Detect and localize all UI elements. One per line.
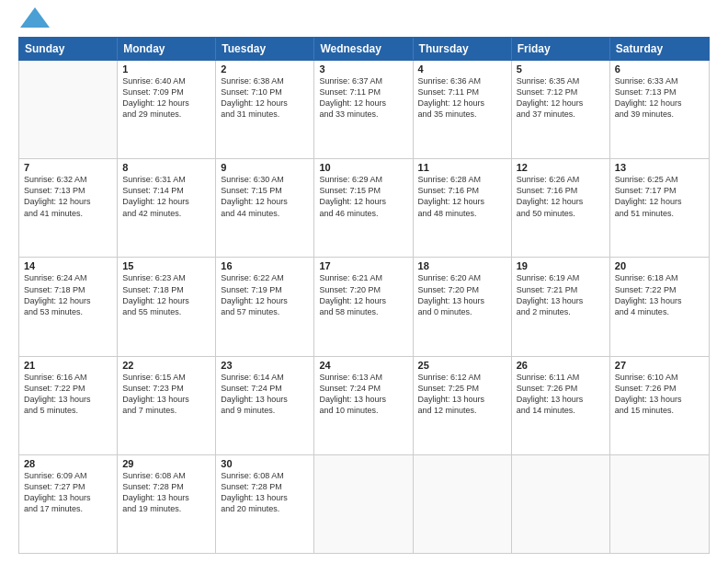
cell-info: Sunrise: 6:15 AMSunset: 7:23 PMDaylight:… [122, 372, 210, 417]
cal-cell-3-0: 21Sunrise: 6:16 AMSunset: 7:22 PMDayligh… [19, 357, 118, 454]
cell-info: Sunrise: 6:13 AMSunset: 7:24 PMDaylight:… [319, 372, 407, 417]
day-number: 11 [418, 162, 506, 173]
cell-info: Sunrise: 6:40 AMSunset: 7:09 PMDaylight:… [122, 75, 210, 121]
cal-cell-4-0: 28Sunrise: 6:09 AMSunset: 7:27 PMDayligh… [19, 455, 118, 553]
day-number: 14 [24, 260, 112, 271]
week-row-2: 14Sunrise: 6:24 AMSunset: 7:18 PMDayligh… [19, 258, 709, 356]
calendar: SundayMondayTuesdayWednesdayThursdayFrid… [18, 37, 710, 554]
cal-cell-2-3: 17Sunrise: 6:21 AMSunset: 7:20 PMDayligh… [314, 258, 413, 355]
cal-cell-3-6: 27Sunrise: 6:10 AMSunset: 7:26 PMDayligh… [610, 357, 709, 454]
cell-info: Sunrise: 6:14 AMSunset: 7:24 PMDaylight:… [221, 372, 309, 417]
weekday-header-sunday: Sunday [19, 38, 118, 60]
day-number: 21 [24, 360, 112, 371]
cal-cell-3-2: 23Sunrise: 6:14 AMSunset: 7:24 PMDayligh… [216, 357, 314, 454]
day-number: 4 [418, 63, 506, 75]
cal-cell-1-6: 13Sunrise: 6:25 AMSunset: 7:17 PMDayligh… [610, 159, 709, 257]
weekday-header-saturday: Saturday [610, 38, 709, 60]
day-number: 16 [221, 260, 309, 271]
cal-cell-2-2: 16Sunrise: 6:22 AMSunset: 7:19 PMDayligh… [216, 258, 314, 355]
day-number: 6 [615, 63, 704, 75]
cell-info: Sunrise: 6:08 AMSunset: 7:28 PMDaylight:… [122, 470, 210, 515]
header [18, 15, 710, 28]
cal-cell-0-6: 6Sunrise: 6:33 AMSunset: 7:13 PMDaylight… [610, 61, 709, 158]
cell-info: Sunrise: 6:10 AMSunset: 7:26 PMDaylight:… [615, 372, 704, 417]
day-number: 23 [221, 360, 309, 371]
week-row-4: 28Sunrise: 6:09 AMSunset: 7:27 PMDayligh… [19, 455, 709, 553]
cell-info: Sunrise: 6:31 AMSunset: 7:14 PMDaylight:… [122, 174, 210, 219]
cell-info: Sunrise: 6:11 AMSunset: 7:26 PMDaylight:… [517, 372, 605, 417]
day-number: 27 [615, 360, 704, 371]
day-number: 28 [24, 458, 112, 469]
cell-info: Sunrise: 6:29 AMSunset: 7:15 PMDaylight:… [319, 174, 407, 219]
day-number: 17 [319, 260, 407, 271]
cal-cell-1-4: 11Sunrise: 6:28 AMSunset: 7:16 PMDayligh… [414, 159, 512, 257]
cal-cell-4-4 [414, 455, 512, 553]
calendar-body: 1Sunrise: 6:40 AMSunset: 7:09 PMDaylight… [18, 61, 710, 554]
day-number: 9 [221, 162, 309, 173]
cell-info: Sunrise: 6:08 AMSunset: 7:28 PMDaylight:… [221, 470, 309, 515]
cal-cell-0-5: 5Sunrise: 6:35 AMSunset: 7:12 PMDaylight… [512, 61, 610, 158]
day-number: 13 [615, 162, 704, 173]
day-number: 12 [517, 162, 605, 173]
cal-cell-3-4: 25Sunrise: 6:12 AMSunset: 7:25 PMDayligh… [414, 357, 512, 454]
logo [18, 15, 50, 28]
cal-cell-0-3: 3Sunrise: 6:37 AMSunset: 7:11 PMDaylight… [314, 61, 413, 158]
day-number: 18 [418, 260, 506, 271]
day-number: 1 [122, 63, 210, 75]
weekday-header-monday: Monday [118, 38, 216, 60]
day-number: 7 [24, 162, 112, 173]
day-number: 22 [122, 360, 210, 371]
cell-info: Sunrise: 6:19 AMSunset: 7:21 PMDaylight:… [517, 272, 605, 317]
cal-cell-2-5: 19Sunrise: 6:19 AMSunset: 7:21 PMDayligh… [512, 258, 610, 355]
cal-cell-2-1: 15Sunrise: 6:23 AMSunset: 7:18 PMDayligh… [118, 258, 216, 355]
cal-cell-4-3 [314, 455, 413, 553]
day-number: 2 [221, 63, 309, 75]
day-number: 30 [221, 458, 309, 469]
cell-info: Sunrise: 6:09 AMSunset: 7:27 PMDaylight:… [24, 470, 112, 515]
day-number: 25 [418, 360, 506, 371]
cal-cell-4-5 [512, 455, 610, 553]
cal-cell-3-1: 22Sunrise: 6:15 AMSunset: 7:23 PMDayligh… [118, 357, 216, 454]
cell-info: Sunrise: 6:30 AMSunset: 7:15 PMDaylight:… [221, 174, 309, 219]
cal-cell-2-4: 18Sunrise: 6:20 AMSunset: 7:20 PMDayligh… [414, 258, 512, 355]
svg-marker-0 [20, 7, 50, 28]
week-row-1: 7Sunrise: 6:32 AMSunset: 7:13 PMDaylight… [19, 159, 709, 258]
cell-info: Sunrise: 6:28 AMSunset: 7:16 PMDaylight:… [418, 174, 506, 219]
week-row-3: 21Sunrise: 6:16 AMSunset: 7:22 PMDayligh… [19, 357, 709, 455]
cal-cell-1-1: 8Sunrise: 6:31 AMSunset: 7:14 PMDaylight… [118, 159, 216, 257]
cal-cell-0-1: 1Sunrise: 6:40 AMSunset: 7:09 PMDaylight… [118, 61, 216, 158]
cell-info: Sunrise: 6:22 AMSunset: 7:19 PMDaylight:… [221, 272, 309, 317]
cal-cell-2-6: 20Sunrise: 6:18 AMSunset: 7:22 PMDayligh… [610, 258, 709, 355]
cell-info: Sunrise: 6:37 AMSunset: 7:11 PMDaylight:… [319, 75, 407, 121]
cell-info: Sunrise: 6:24 AMSunset: 7:18 PMDaylight:… [24, 272, 112, 317]
cell-info: Sunrise: 6:26 AMSunset: 7:16 PMDaylight:… [517, 174, 605, 219]
cal-cell-0-2: 2Sunrise: 6:38 AMSunset: 7:10 PMDaylight… [216, 61, 314, 158]
cell-info: Sunrise: 6:23 AMSunset: 7:18 PMDaylight:… [122, 272, 210, 317]
day-number: 24 [319, 360, 407, 371]
cell-info: Sunrise: 6:21 AMSunset: 7:20 PMDaylight:… [319, 272, 407, 317]
cal-cell-0-0 [19, 61, 118, 158]
cal-cell-1-2: 9Sunrise: 6:30 AMSunset: 7:15 PMDaylight… [216, 159, 314, 257]
cal-cell-0-4: 4Sunrise: 6:36 AMSunset: 7:11 PMDaylight… [414, 61, 512, 158]
weekday-header-friday: Friday [512, 38, 610, 60]
cal-cell-4-1: 29Sunrise: 6:08 AMSunset: 7:28 PMDayligh… [118, 455, 216, 553]
cell-info: Sunrise: 6:35 AMSunset: 7:12 PMDaylight:… [517, 75, 605, 121]
cell-info: Sunrise: 6:32 AMSunset: 7:13 PMDaylight:… [24, 174, 112, 219]
page: SundayMondayTuesdayWednesdayThursdayFrid… [0, 0, 728, 563]
cal-cell-2-0: 14Sunrise: 6:24 AMSunset: 7:18 PMDayligh… [19, 258, 118, 355]
day-number: 10 [319, 162, 407, 173]
day-number: 26 [517, 360, 605, 371]
cal-cell-1-3: 10Sunrise: 6:29 AMSunset: 7:15 PMDayligh… [314, 159, 413, 257]
logo-icon [20, 7, 50, 28]
calendar-header: SundayMondayTuesdayWednesdayThursdayFrid… [18, 37, 710, 61]
cell-info: Sunrise: 6:36 AMSunset: 7:11 PMDaylight:… [418, 75, 506, 121]
day-number: 8 [122, 162, 210, 173]
day-number: 3 [319, 63, 407, 75]
cal-cell-1-0: 7Sunrise: 6:32 AMSunset: 7:13 PMDaylight… [19, 159, 118, 257]
day-number: 19 [517, 260, 605, 271]
cal-cell-1-5: 12Sunrise: 6:26 AMSunset: 7:16 PMDayligh… [512, 159, 610, 257]
day-number: 5 [517, 63, 605, 75]
day-number: 29 [122, 458, 210, 469]
cell-info: Sunrise: 6:16 AMSunset: 7:22 PMDaylight:… [24, 372, 112, 417]
cell-info: Sunrise: 6:20 AMSunset: 7:20 PMDaylight:… [418, 272, 506, 317]
